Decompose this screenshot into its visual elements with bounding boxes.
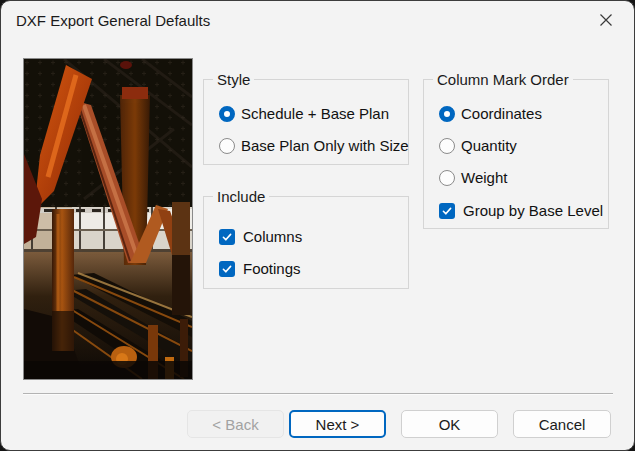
include-group-label: Include [213, 188, 269, 205]
checkbox-checked-icon [219, 229, 235, 245]
checkbox-group-by-base-level[interactable]: Group by Base Level [439, 202, 603, 219]
dxf-export-defaults-dialog: DXF Export General Defaults [0, 0, 635, 451]
radio-label: Weight [461, 169, 507, 186]
ok-button[interactable]: OK [401, 410, 498, 438]
radio-schedule-base-plan[interactable]: Schedule + Base Plan [219, 105, 389, 122]
checkbox-label: Columns [243, 228, 302, 245]
radio-selected-icon [439, 106, 455, 122]
radio-unselected-icon [439, 170, 455, 186]
radio-base-plan-only[interactable]: Base Plan Only with Size [219, 137, 409, 154]
radio-label: Base Plan Only with Size [241, 137, 409, 154]
checkbox-columns[interactable]: Columns [219, 228, 302, 245]
column-mark-order-group-label: Column Mark Order [433, 71, 573, 88]
radio-quantity[interactable]: Quantity [439, 137, 517, 154]
radio-label: Quantity [461, 137, 517, 154]
column-mark-order-groupbox: Column Mark Order Coordinates Quantity W… [423, 79, 609, 229]
next-button[interactable]: Next > [289, 410, 386, 438]
footer-separator [23, 393, 613, 395]
checkbox-label: Footings [243, 260, 301, 277]
include-groupbox: Include Columns Footings [203, 196, 409, 289]
style-group-label: Style [213, 71, 254, 88]
checkbox-checked-icon [219, 261, 235, 277]
close-icon [599, 13, 613, 31]
radio-unselected-icon [219, 138, 235, 154]
radio-weight[interactable]: Weight [439, 169, 507, 186]
titlebar: DXF Export General Defaults [1, 1, 634, 41]
checkbox-footings[interactable]: Footings [219, 260, 301, 277]
preview-image [23, 58, 193, 380]
radio-label: Schedule + Base Plan [241, 105, 389, 122]
dialog-title: DXF Export General Defaults [16, 12, 210, 29]
radio-coordinates[interactable]: Coordinates [439, 105, 542, 122]
close-button[interactable] [588, 8, 624, 35]
radio-label: Coordinates [461, 105, 542, 122]
radio-unselected-icon [439, 138, 455, 154]
checkbox-checked-icon [439, 203, 455, 219]
radio-selected-icon [219, 106, 235, 122]
style-groupbox: Style Schedule + Base Plan Base Plan Onl… [203, 79, 409, 165]
cancel-button[interactable]: Cancel [513, 410, 611, 438]
back-button: < Back [187, 410, 284, 438]
checkbox-label: Group by Base Level [463, 202, 603, 219]
